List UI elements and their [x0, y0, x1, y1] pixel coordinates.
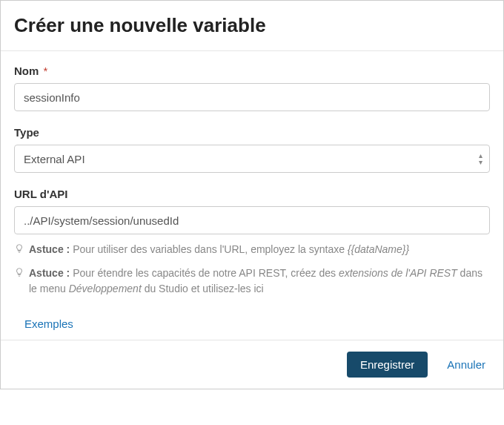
tip-label-2: Astuce :	[29, 267, 70, 279]
cancel-button[interactable]: Annuler	[442, 352, 490, 378]
hint2-em-a: extensions de l'API REST	[339, 267, 457, 279]
modal-footer: Enregistrer Annuler	[1, 340, 503, 389]
modal-body: Nom * Type External API ▴▾ URL d'API	[1, 51, 503, 340]
lightbulb-icon	[14, 266, 24, 282]
hint1-var: {{dataName}}	[348, 243, 409, 255]
api-url-label: URL d'API	[14, 188, 490, 200]
modal-header: Créer une nouvelle variable	[1, 1, 503, 51]
tip-label-1: Astuce :	[29, 243, 70, 255]
examples-link[interactable]: Exemples	[24, 317, 73, 330]
hint2-a: Pour étendre les capacités de notre API …	[73, 267, 339, 279]
hint2-em-b: Développement	[69, 283, 142, 294]
hint1-text: Pour utiliser des variables dans l'URL, …	[73, 243, 348, 255]
hint-line-2: Astuce : Pour étendre les capacités de n…	[14, 266, 490, 297]
type-label: Type	[14, 126, 490, 139]
hint-text-1: Astuce : Pour utiliser des variables dan…	[29, 242, 490, 257]
hint-text-2: Astuce : Pour étendre les capacités de n…	[29, 266, 490, 297]
type-select[interactable]: External API	[14, 145, 490, 173]
create-variable-modal: Créer une nouvelle variable Nom * Type E…	[0, 0, 504, 389]
form-group-name: Nom *	[14, 65, 490, 111]
hint2-c: du Studio et utilisez-les ici	[142, 283, 264, 294]
lightbulb-icon	[14, 243, 24, 258]
hint-block: Astuce : Pour utiliser des variables dan…	[14, 242, 490, 297]
name-label: Nom *	[14, 65, 490, 77]
save-button[interactable]: Enregistrer	[347, 352, 428, 378]
form-group-type: Type External API ▴▾	[14, 126, 490, 173]
name-label-text: Nom	[14, 65, 39, 77]
modal-title: Créer une nouvelle variable	[14, 14, 490, 37]
api-url-input[interactable]	[14, 206, 490, 234]
required-star: *	[44, 65, 48, 77]
form-group-api-url: URL d'API	[14, 188, 490, 234]
name-input[interactable]	[14, 83, 490, 111]
type-select-wrapper: External API ▴▾	[14, 145, 490, 173]
hint-line-1: Astuce : Pour utiliser des variables dan…	[14, 242, 490, 258]
